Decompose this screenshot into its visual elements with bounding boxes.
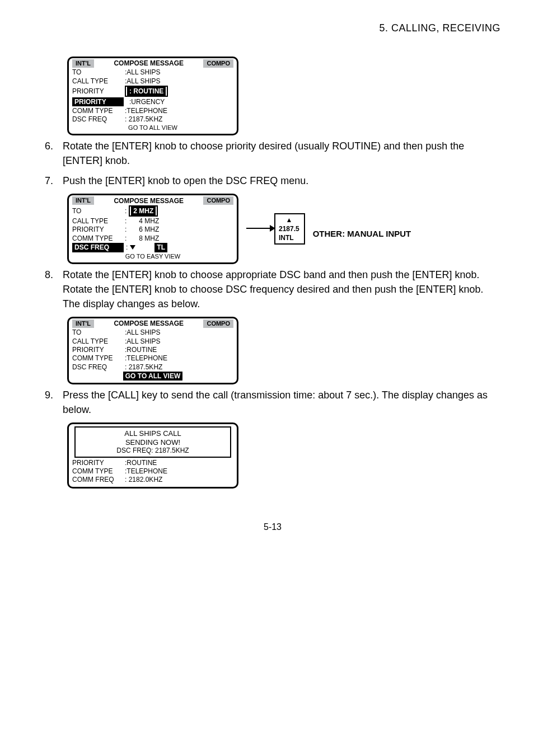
commtype-value: :TELEPHONE xyxy=(125,107,167,115)
freq-6mhz: 6 MHZ xyxy=(139,226,159,233)
calltype-label: CALL TYPE xyxy=(72,337,123,345)
to-label: TO xyxy=(72,68,123,76)
triangle-down-icon xyxy=(130,245,135,250)
priority-label: PRIORITY xyxy=(72,459,123,467)
sending-line2: SENDING NOW! xyxy=(79,438,227,447)
step-8-text: Rotate the [ENTER] knob to choose approp… xyxy=(63,267,500,311)
priority-label: PRIORITY xyxy=(72,346,123,354)
to-value: :ALL SHIPS xyxy=(125,68,161,76)
tab-compo: COMPO xyxy=(203,320,233,328)
dscfreq-value: : 2187.5KHZ xyxy=(125,363,162,371)
tl-badge: TL xyxy=(154,243,167,252)
tab-intl: INT'L xyxy=(72,196,94,205)
scroll-up-icon: ▲ xyxy=(279,215,299,224)
priority-value: : ROUTINE xyxy=(127,87,166,96)
to-label: TO xyxy=(72,328,123,336)
commtype-label: COMM TYPE xyxy=(72,467,123,475)
lcd-screen-composed: INT'L COMPOSE MESSAGE COMPO TO:ALL SHIPS… xyxy=(67,317,238,384)
sending-line3: DSC FREQ: 2187.5KHZ xyxy=(79,447,227,454)
freq-4mhz: 4 MHZ xyxy=(139,217,159,225)
freq-2mhz: 2 MHZ xyxy=(131,206,156,215)
commfreq-label: COMM FREQ xyxy=(72,476,123,483)
freq-list-popup: ▲ 2187.5 INTL xyxy=(274,213,305,245)
freq-highlight: 2 MHZ xyxy=(129,205,158,217)
freq-option-intl: INTL xyxy=(279,233,299,242)
commtype-label: COMM TYPE xyxy=(72,234,123,242)
lcd-screen-dscfreq: INT'L COMPOSE MESSAGE COMPO TO: 2 MHZ CA… xyxy=(67,194,238,264)
commtype-value: :TELEPHONE xyxy=(125,354,167,362)
chapter-header: 5. CALLING, RECEIVING xyxy=(45,22,500,34)
freq-option-2187: 2187.5 xyxy=(279,224,299,233)
to-value: :ALL SHIPS xyxy=(125,328,161,336)
other-label: OTHER: MANUAL INPUT xyxy=(313,229,411,238)
calltype-value: :ALL SHIPS xyxy=(125,77,161,85)
tab-compo: COMPO xyxy=(203,196,233,205)
commfreq-value: : 2182.0KHZ xyxy=(125,476,162,483)
tab-intl: INT'L xyxy=(72,320,94,328)
calltype-value: :ALL SHIPS xyxy=(125,337,161,345)
step-8-number: 8. xyxy=(45,267,63,311)
step-9-number: 9. xyxy=(45,388,63,417)
priority-value: :ROUTINE xyxy=(125,346,157,354)
arrow-right-icon xyxy=(246,228,274,229)
commtype-label: COMM TYPE xyxy=(72,107,123,115)
compose-title: COMPOSE MESSAGE xyxy=(114,197,184,205)
dscfreq-selected: DSC FREQ xyxy=(72,243,124,252)
goto-allview-selected: GO TO ALL VIEW xyxy=(123,372,182,381)
step-6-number: 6. xyxy=(45,139,63,168)
calltype-label: CALL TYPE xyxy=(72,77,123,85)
step-7-number: 7. xyxy=(45,173,63,188)
lcd-screen-sending: ALL SHIPS CALL SENDING NOW! DSC FREQ: 21… xyxy=(67,422,238,489)
tab-compo: COMPO xyxy=(203,59,233,68)
priority-label: PRIORITY xyxy=(72,226,123,233)
tab-intl: INT'L xyxy=(72,59,94,68)
step-6-text: Rotate the [ENTER] knob to choose priori… xyxy=(63,139,500,168)
priority-label: PRIORITY xyxy=(72,87,123,95)
priority-selected-label: PRIORITY xyxy=(72,97,124,106)
dscfreq-label: DSC FREQ xyxy=(72,115,123,123)
sending-line1: ALL SHIPS CALL xyxy=(79,429,227,438)
freq-8mhz: 8 MHZ xyxy=(139,234,159,242)
priority-highlight: : ROUTINE xyxy=(125,86,168,97)
lcd-screen-priority: INT'L COMPOSE MESSAGE COMPO TO:ALL SHIPS… xyxy=(67,57,238,135)
dscfreq-value: : 2187.5KHZ xyxy=(125,115,162,123)
to-label: TO xyxy=(72,207,123,215)
compose-title: COMPOSE MESSAGE xyxy=(114,320,184,327)
commtype-value: :TELEPHONE xyxy=(125,467,167,475)
goto-allview: GO TO ALL VIEW xyxy=(72,124,233,132)
dscfreq-label: DSC FREQ xyxy=(72,363,123,371)
compose-title: COMPOSE MESSAGE xyxy=(114,59,184,67)
step-7-text: Push the [ENTER] knob to open the DSC FR… xyxy=(63,173,500,188)
goto-easyview: GO TO EASY VIEW xyxy=(72,253,233,260)
calltype-label: CALL TYPE xyxy=(72,217,123,225)
step-9-text: Press the [CALL] key to send the call (t… xyxy=(63,388,500,417)
priority-value: :ROUTINE xyxy=(125,459,157,467)
commtype-label: COMM TYPE xyxy=(72,354,123,362)
page-number: 5-13 xyxy=(45,522,500,532)
